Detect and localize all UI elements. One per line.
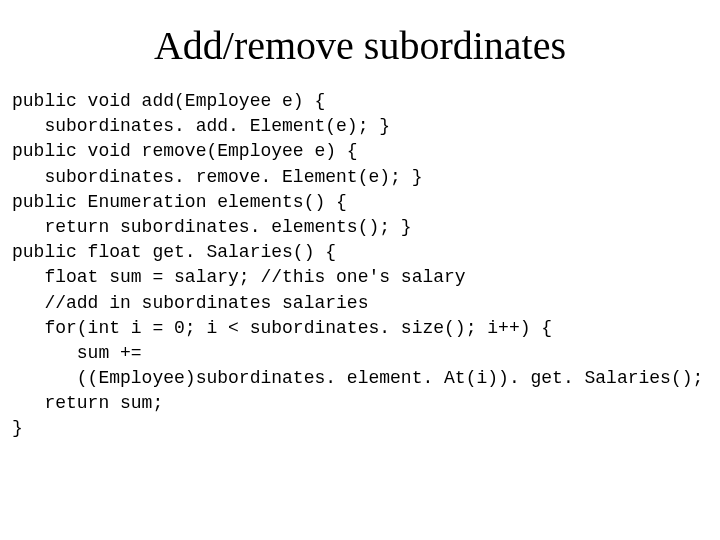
- code-block: public void add(Employee e) { subordinat…: [10, 89, 710, 442]
- slide-container: Add/remove subordinates public void add(…: [0, 0, 720, 540]
- slide-title: Add/remove subordinates: [10, 22, 710, 69]
